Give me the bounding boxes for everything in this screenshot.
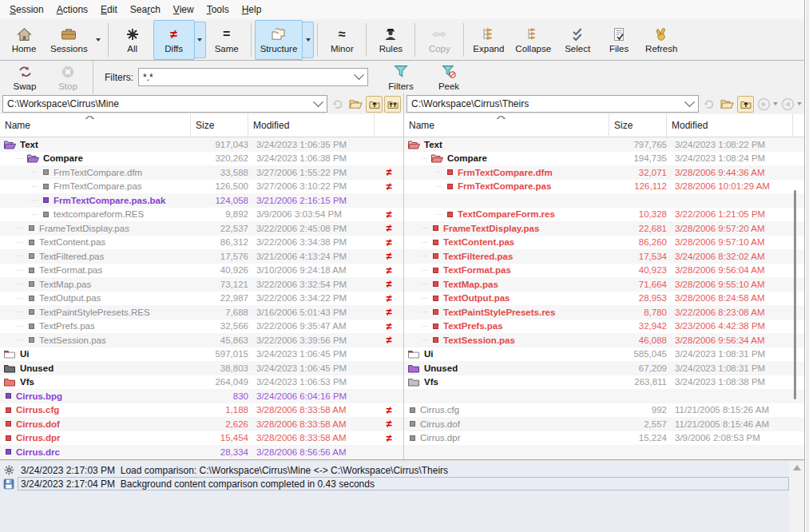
log-scrollbar[interactable] [789,461,804,532]
select-button[interactable]: Select [557,20,598,60]
file-row[interactable]: TextOutput.pas22,9873/22/2006 3:34:22 PM… [0,292,403,306]
sync-browse-icon[interactable] [700,96,717,113]
file-row[interactable]: FrmTextCompare.pas.bak124,0583/21/2006 2… [0,193,403,208]
menu-item-session[interactable]: Session [3,2,50,18]
file-row[interactable]: Cirrus.drc28,3343/28/2006 8:56:56 AM [0,445,403,459]
up-one-level-icon[interactable] [366,96,383,113]
home-button[interactable]: Home [3,20,45,60]
folder-row[interactable]: Unused67,2093/24/2023 1:08:31 PM [404,361,804,375]
file-row[interactable]: TextMap.pas73,1213/22/2006 3:32:54 PM≠ [0,277,403,292]
sessions-button[interactable]: Sessions [45,20,93,60]
folder-row[interactable]: Ui597,0153/24/2023 1:06:45 PM [0,347,403,362]
log-entry[interactable]: 3/24/2023 2:17:04 PM Background content … [18,477,789,490]
file-row[interactable]: TextOutput.pas28,9533/28/2006 8:24:58 AM [404,292,804,306]
file-row[interactable]: TextFormat.pas40,9233/28/2006 9:56:04 AM [404,264,804,278]
files-button[interactable]: Files [598,20,640,60]
back-dropdown-icon[interactable] [773,102,778,105]
folder-row[interactable]: Unused38,8033/24/2023 1:06:45 PM [0,361,403,375]
file-row[interactable]: TextSession.pas45,8633/22/2006 3:39:56 P… [0,333,403,347]
file-row[interactable]: TextContent.pas86,2603/28/2006 9:57:10 A… [404,236,804,250]
filters-button[interactable]: Filters [379,62,422,93]
up-one-level-icon[interactable] [737,96,754,113]
folder-row[interactable]: Text917,0433/24/2023 1:06:35 PM [0,137,403,152]
expand-button[interactable]: Expand [467,20,510,60]
swap-button[interactable]: Swap [3,62,46,93]
file-row[interactable]: Cirrus.cfg1,1883/28/2006 8:33:58 AM≠ [0,403,403,418]
file-row[interactable]: TextFormat.pas40,9263/10/2006 9:24:18 AM… [0,264,403,278]
log-entry[interactable]: 3/24/2023 2:17:03 PM Load comparison: C:… [18,463,789,477]
file-row[interactable]: TextPaintStylePresets.RES7,6883/16/2006 … [0,305,403,320]
file-row[interactable]: Cirrus.dof2,55711/21/2005 8:15:46 AM [404,417,804,431]
file-row[interactable]: FrameTextDisplay.pas22,6813/28/2006 9:57… [404,221,804,236]
column-header-name[interactable]: Name ^ [0,114,191,137]
structure-button[interactable]: Structure [255,20,303,60]
right-path-combobox[interactable]: C:\Workspace\Cirrus\Theirs [406,95,699,113]
folder-row[interactable]: Vfs264,0493/24/2023 1:06:53 PM [0,375,403,390]
file-row[interactable]: Cirrus.bpg8303/24/2006 6:04:16 PM [0,389,403,403]
forward-icon[interactable] [779,96,796,113]
rules-button[interactable]: Rules [370,20,411,60]
vertical-scrollbar-thumb[interactable] [794,190,796,399]
file-row[interactable]: TextContent.pas86,3123/22/2006 3:34:38 P… [0,236,403,250]
file-row[interactable]: Cirrus.cfg99211/21/2005 8:15:26 AM [404,403,804,418]
browse-folder-icon[interactable] [347,96,364,113]
column-header-name[interactable]: Name ^ [404,114,609,137]
cell-name: TextFiltered.pas [404,252,609,261]
collapse-button[interactable]: Collapse [510,20,557,60]
folder-row[interactable]: Compare194,7353/24/2023 1:08:24 PM [404,152,804,166]
item-name: Ui [424,349,434,359]
file-row[interactable]: TextFiltered.pas17,5343/24/2006 8:32:02 … [404,249,804,264]
file-row[interactable]: Cirrus.dpr15,2243/9/2006 2:08:53 PM [404,431,804,446]
copy-button[interactable]: Copy [418,20,460,60]
back-icon[interactable] [755,96,772,113]
menu-item-view[interactable]: View [167,2,200,18]
menu-item-actions[interactable]: Actions [50,2,94,18]
folder-row[interactable]: Vfs263,8113/24/2023 1:08:38 PM [404,375,804,390]
filter-combobox[interactable]: *.* [138,68,368,86]
file-row[interactable]: textcompareform.RES9,8923/9/2006 3:03:54… [0,208,403,222]
column-header-modified[interactable]: Modified [667,114,793,137]
file-row[interactable]: TextMap.pas71,6643/28/2006 9:55:10 AM [404,277,804,292]
scroll-up-icon[interactable] [793,465,801,470]
folder-row[interactable]: Text797,7653/24/2023 1:08:22 PM [404,137,804,152]
file-row[interactable]: TextPrefs.pas32,9423/23/2006 4:42:38 PM [404,320,804,334]
file-row[interactable]: FrmTextCompare.dfm33,5883/27/2006 1:55:2… [0,165,403,180]
forward-dropdown-icon[interactable] [797,102,802,105]
item-modified: 3/24/2023 1:06:45 PM [248,363,375,373]
browse-folder-icon[interactable] [719,96,736,113]
column-header-size[interactable]: Size [609,114,667,137]
menu-item-help[interactable]: Help [236,2,268,18]
diffs-dropdown-button[interactable] [194,22,206,58]
minor-button[interactable]: ≈Minor [321,20,363,60]
stop-button[interactable]: Stop [46,62,89,93]
file-row[interactable]: Cirrus.dpr15,4543/28/2006 8:33:58 AM≠ [0,431,403,446]
column-header-size[interactable]: Size [191,114,248,137]
folder-row[interactable]: Compare320,2623/24/2023 1:06:38 PM [0,152,403,166]
menu-item-search[interactable]: Search [124,2,167,18]
file-row[interactable]: FrameTextDisplay.pas22,5373/22/2006 2:45… [0,221,403,236]
same-button[interactable]: =Same [206,20,248,60]
menu-item-edit[interactable]: Edit [94,2,124,18]
file-row[interactable]: TextCompareForm.res10,3283/22/2006 1:21:… [404,208,804,222]
up-to-base-icon[interactable] [384,96,401,113]
structure-dropdown-button[interactable] [302,22,314,58]
file-row[interactable]: FrmTextCompare.pas126,5003/27/2006 3:10:… [0,180,403,194]
column-header-modified[interactable]: Modified [248,114,375,137]
file-row[interactable]: TextFiltered.pas17,5763/21/2006 4:13:24 … [0,249,403,264]
peek-button[interactable]: Peek [427,62,470,93]
file-row[interactable]: FrmTextCompare.dfm32,0713/28/2006 9:44:3… [404,165,804,180]
file-row[interactable]: FrmTextCompare.pas126,1123/28/2006 10:01… [404,180,804,194]
menu-item-tools[interactable]: Tools [200,2,236,18]
all-button[interactable]: All [112,20,153,60]
refresh-button[interactable]: Refresh [640,20,683,60]
folder-row[interactable]: Ui585,0453/24/2023 1:08:31 PM [404,347,804,362]
sync-browse-icon[interactable] [329,96,346,113]
file-row[interactable]: TextSession.pas46,0883/28/2006 9:56:34 A… [404,333,804,347]
left-path-combobox[interactable]: C:\Workspace\Cirrus\Mine [2,95,327,113]
file-row[interactable]: TextPaintStylePresets.res8,7803/22/2006 … [404,305,804,320]
file-row[interactable]: Cirrus.dof2,6263/28/2006 8:33:58 AM≠ [0,417,403,431]
file-row[interactable]: TextPrefs.pas32,5663/22/2006 9:35:47 AM≠ [0,320,403,334]
sessions-dropdown-button[interactable] [93,22,105,58]
right-column-headers: Name ^ Size Modified [404,114,804,137]
diffs-button[interactable]: ≠Diffs [153,20,195,60]
